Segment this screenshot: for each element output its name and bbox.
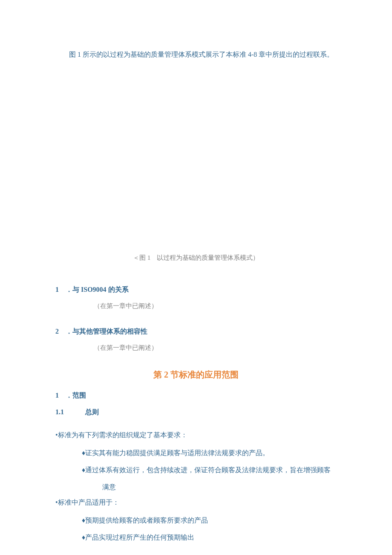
heading-text: ．与 ISO9004 的关系 bbox=[66, 286, 129, 293]
sub-note-1: （在第一章中已阐述） bbox=[94, 302, 337, 310]
diamond-process-output: ♦产品实现过程所产生的任何预期输出 bbox=[82, 530, 337, 546]
bullet-products: •标准中产品适用于： bbox=[55, 495, 337, 511]
heading-text: ．与其他管理体系的相容性 bbox=[66, 328, 147, 335]
bullet-requirements: •标准为有下列需求的组织规定了基本要求： bbox=[55, 427, 337, 443]
subheading-number: 1.1 bbox=[55, 408, 85, 416]
diamond-operation-cont: 满意 bbox=[102, 479, 337, 495]
heading-number: 1 bbox=[55, 286, 61, 293]
heading-number: 1 bbox=[55, 392, 61, 399]
heading-number: 2 bbox=[55, 328, 61, 335]
subheading-text: 总则 bbox=[85, 408, 99, 416]
heading-other-systems: 2．与其他管理体系的相容性 bbox=[55, 327, 337, 336]
diamond-capability: ♦证实其有能力稳固提供满足顾客与适用法律法规要求的产品。 bbox=[82, 445, 337, 461]
diamond-operation: ♦通过体系有效运行，包含持续改进，保证符合顾客及法律法规要求，旨在增强顾客 bbox=[82, 462, 337, 478]
sub-note-2: （在第一章中已阐述） bbox=[94, 344, 337, 352]
figure-caption: ＜图 1 以过程为基础的质量管理体系模式） bbox=[55, 254, 337, 262]
heading-text: ．范围 bbox=[66, 392, 86, 399]
heading-iso9004: 1．与 ISO9004 的关系 bbox=[55, 285, 337, 294]
section-title: 第 2 节标准的应用范围 bbox=[55, 369, 337, 381]
intro-paragraph: 图 1 所示的以过程为基础的质量管理体系模式展示了本标准 4-8 章中所提出的过… bbox=[55, 47, 337, 62]
diamond-expected-product: ♦预期提供给顾客的或者顾客所要求的产品 bbox=[82, 513, 337, 529]
subheading-1-1: 1.1总则 bbox=[55, 408, 337, 417]
heading-scope: 1．范围 bbox=[55, 391, 337, 400]
document-page: 图 1 所示的以过程为基础的质量管理体系模式展示了本标准 4-8 章中所提出的过… bbox=[0, 0, 392, 546]
